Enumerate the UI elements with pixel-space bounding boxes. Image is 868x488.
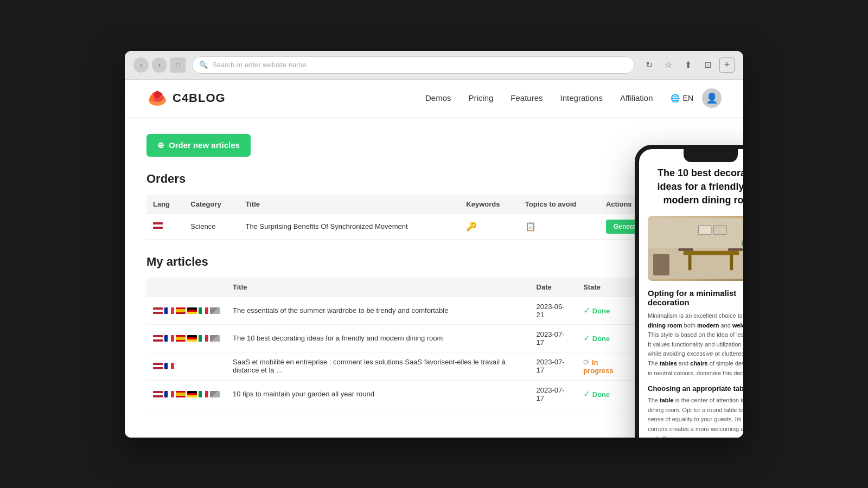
orders-table: Lang Category Title Keywords Topics to a… — [146, 195, 700, 240]
article-state-2: ✓ Done — [577, 324, 635, 352]
nav-item-integrations[interactable]: Integrations — [560, 93, 603, 103]
flag-us — [153, 363, 163, 369]
flag-de — [187, 307, 197, 314]
more-button[interactable]: ⊡ — [700, 57, 715, 73]
article-title-4: 10 tips to maintain your garden all year… — [226, 380, 530, 408]
col-keywords: Keywords — [459, 195, 518, 214]
col-topics: Topics to avoid — [519, 195, 599, 214]
share-button[interactable]: ⬆ — [680, 57, 695, 73]
logo-icon — [146, 89, 168, 107]
article-title-3: SaaS et mobilité en entreprise : comment… — [226, 352, 530, 380]
nav-item-features[interactable]: Features — [510, 93, 542, 103]
back-button[interactable]: ‹ — [133, 57, 149, 73]
col-article-title: Title — [226, 278, 530, 297]
flag-it — [199, 391, 208, 397]
orders-section-title: Orders — [146, 172, 700, 186]
browser-nav-buttons: ‹ › □ — [133, 57, 186, 73]
order-btn-label: Order new articles — [169, 140, 240, 150]
phone-article-image — [648, 216, 743, 281]
table-row: 10 tips to maintain your garden all year… — [146, 380, 700, 408]
phone-sub-body: The table is the center of attention in … — [648, 396, 743, 437]
logo-text: C4BLOG — [173, 91, 226, 105]
logo-area: C4BLOG — [146, 89, 226, 107]
phone-body-text: Minimalism is an excellent choice to mak… — [648, 311, 743, 378]
table-row: SaaS et mobilité en entreprise : comment… — [146, 352, 700, 380]
order-keywords[interactable]: 🔑 — [459, 214, 518, 239]
address-bar[interactable]: 🔍 Search or enter website name — [192, 56, 635, 74]
address-text: Search or enter website name — [212, 61, 306, 69]
nav-links-list: Demos Pricing Features Integrations Affi… — [425, 93, 653, 103]
spinner-icon: ⟳ — [583, 358, 590, 367]
phone-section-title: Opting for a minimalist decoration — [648, 288, 743, 307]
flag-es — [176, 335, 186, 342]
svg-rect-9 — [678, 248, 693, 251]
user-avatar[interactable]: 👤 — [702, 88, 722, 108]
topics-icon[interactable]: 📋 — [525, 222, 536, 231]
svg-marker-3 — [150, 93, 154, 101]
keywords-icon[interactable]: 🔑 — [466, 222, 477, 231]
flag-es — [176, 391, 186, 397]
articles-table-body: The essentials of the summer wardrobe to… — [146, 297, 700, 408]
article-date-3: 2023-07-17 — [530, 352, 577, 380]
user-icon: 👤 — [706, 92, 718, 104]
globe-icon: 🌐 — [671, 94, 680, 102]
done-icon-2: ✓ — [583, 333, 590, 343]
col-lang: Lang — [146, 195, 184, 214]
article-date-1: 2023-06-21 — [530, 297, 577, 324]
table-row: Science The Surprising Benefits Of Synch… — [146, 214, 700, 239]
nav-item-demos[interactable]: Demos — [425, 93, 451, 103]
svg-rect-8 — [730, 255, 733, 270]
flag-fr — [164, 391, 174, 397]
article-flags-1 — [146, 297, 226, 324]
phone-mockup: The 10 best decorating ideas for a frien… — [635, 145, 743, 438]
flag-de — [187, 335, 197, 342]
order-topics[interactable]: 📋 — [519, 214, 599, 239]
search-icon: 🔍 — [199, 61, 208, 69]
phone-notch — [684, 149, 738, 162]
svg-rect-10 — [728, 248, 743, 251]
flag-us — [153, 335, 163, 342]
col-date: Date — [530, 278, 577, 297]
order-lang — [146, 214, 184, 239]
status-done-1: Done — [592, 307, 610, 315]
svg-rect-6 — [683, 251, 739, 255]
nav-item-pricing[interactable]: Pricing — [469, 93, 494, 103]
phone-sub-title: Choosing an appropriate table — [648, 384, 743, 393]
flag-it — [199, 307, 208, 314]
article-state-4: ✓ Done — [577, 380, 635, 408]
site-navigation: C4BLOG Demos Pricing Features Integratio… — [125, 80, 743, 118]
lang-selector[interactable]: 🌐 EN — [671, 94, 693, 102]
order-category: Science — [184, 214, 239, 239]
article-flags-4 — [146, 380, 226, 408]
bookmark-button[interactable]: ☆ — [661, 57, 676, 73]
flag-it — [199, 335, 208, 342]
order-new-articles-button[interactable]: ⊕ Order new articles — [146, 134, 251, 157]
article-state-1: ✓ Done — [577, 297, 635, 324]
reload-button[interactable]: ↻ — [641, 57, 656, 73]
flag-multi — [210, 391, 220, 397]
new-tab-button[interactable]: + — [719, 57, 735, 73]
done-icon-1: ✓ — [583, 306, 590, 315]
forward-button[interactable]: › — [152, 57, 167, 73]
browser-window: ‹ › □ 🔍 Search or enter website name ↻ ☆… — [125, 51, 743, 438]
nav-item-affiliation[interactable]: Affiliation — [620, 93, 653, 103]
done-icon-4: ✓ — [583, 389, 590, 399]
article-date-4: 2023-07-17 — [530, 380, 577, 408]
tab-view-button[interactable]: □ — [170, 57, 186, 73]
articles-table-header-row: Title Date State Actions — [146, 278, 700, 297]
orders-table-head: Lang Category Title Keywords Topics to a… — [146, 195, 700, 214]
website-content: C4BLOG Demos Pricing Features Integratio… — [125, 80, 743, 438]
table-row: The essentials of the summer wardrobe to… — [146, 297, 700, 324]
nav-right-controls: 🌐 EN 👤 — [671, 88, 722, 108]
flag-multi — [210, 335, 220, 342]
table-row: The 10 best decorating ideas for a frien… — [146, 324, 700, 352]
flag-es — [176, 307, 186, 314]
article-title-1: The essentials of the summer wardrobe to… — [226, 297, 530, 324]
col-flags — [146, 278, 226, 297]
browser-toolbar: ‹ › □ 🔍 Search or enter website name ↻ ☆… — [125, 51, 743, 80]
articles-table: Title Date State Actions — [146, 278, 700, 408]
flag-fr — [164, 307, 174, 314]
phone-screen: The 10 best decorating ideas for a frien… — [639, 149, 743, 438]
phone-article-title: The 10 best decorating ideas for a frien… — [648, 166, 743, 208]
lang-label: EN — [683, 94, 693, 102]
